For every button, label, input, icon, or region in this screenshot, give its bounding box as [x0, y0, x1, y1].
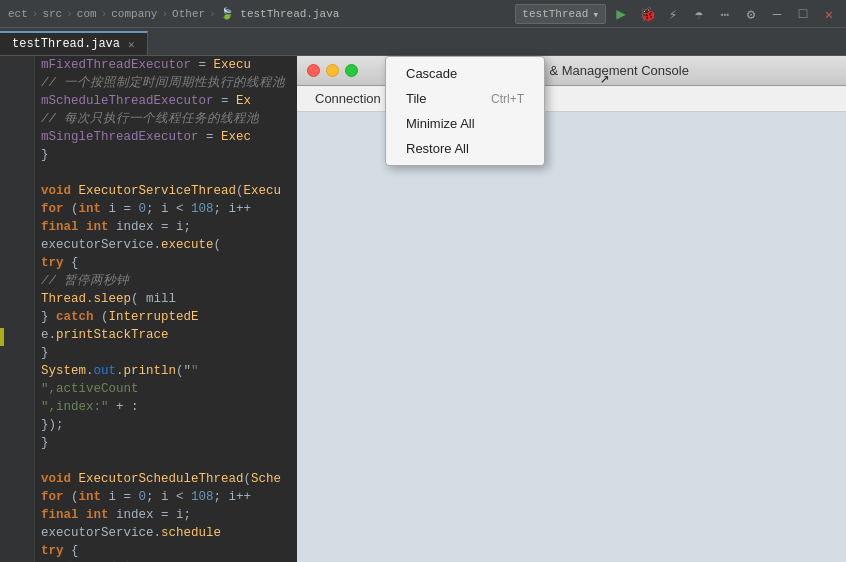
menu-item-restore-all[interactable]: Restore All: [386, 136, 544, 161]
code-line-8: void ExecutorServiceThread(Execu: [0, 182, 297, 200]
jmx-content-area: [297, 112, 846, 562]
jmx-window: Java Monitoring & Management Console Con…: [297, 56, 846, 562]
code-editor: mFixedThreadExecutor = Execu // 一个按照制定时间…: [0, 56, 297, 562]
jmx-menu-connection[interactable]: Connection: [305, 89, 391, 108]
close-ide-button[interactable]: ✕: [818, 3, 840, 25]
breadcrumb-sep-5: ›: [209, 8, 216, 20]
code-line-17: }: [0, 344, 297, 362]
maximize-ide-button[interactable]: □: [792, 3, 814, 25]
breadcrumb-project[interactable]: ect: [8, 8, 28, 20]
breadcrumb-sep-2: ›: [66, 8, 73, 20]
window-close-button[interactable]: [307, 64, 320, 77]
breadcrumb-com[interactable]: com: [77, 8, 97, 20]
run-config-dropdown[interactable]: testThread ▾: [515, 4, 606, 24]
menu-item-tile[interactable]: Tile Ctrl+T: [386, 86, 544, 111]
restore-all-label: Restore All: [406, 141, 469, 156]
ide-right-toolbar: testThread ▾ ▶ 🐞 ⚡ ☂ ⋯ ⚙ — □ ✕: [515, 0, 846, 28]
window-minimize-button[interactable]: [326, 64, 339, 77]
code-line-26: final int index = i;: [0, 506, 297, 524]
menu-item-minimize-all[interactable]: Minimize All: [386, 111, 544, 136]
cascade-label: Cascade: [406, 66, 457, 81]
profile-button[interactable]: ⚡: [662, 3, 684, 25]
jmx-menubar: Connection Window Help: [297, 86, 846, 112]
code-line-5: mSingleThreadExecutor = Exec: [0, 128, 297, 146]
code-line-9: for (int i = 0; i < 108; i++: [0, 200, 297, 218]
code-line-1: mFixedThreadExecutor = Execu: [0, 56, 297, 74]
breadcrumb-sep-4: ›: [161, 8, 168, 20]
breadcrumb-other[interactable]: Other: [172, 8, 205, 20]
breadcrumb-sep-3: ›: [101, 8, 108, 20]
breadcrumb-file[interactable]: 🍃 testThread.java: [220, 7, 340, 20]
code-line-22: }: [0, 434, 297, 452]
tab-label: testThread.java: [12, 37, 120, 51]
tab-close-icon[interactable]: ✕: [128, 38, 135, 51]
code-line-14: Thread.sleep( mill: [0, 290, 297, 308]
breadcrumb-src[interactable]: src: [42, 8, 62, 20]
breadcrumb-company[interactable]: company: [111, 8, 157, 20]
code-line-19: ",activeCount: [0, 380, 297, 398]
code-line-21: });: [0, 416, 297, 434]
code-line-16: e.printStackTrace: [0, 326, 297, 344]
tile-label: Tile: [406, 91, 426, 106]
debug-button[interactable]: 🐞: [636, 3, 658, 25]
tile-shortcut: Ctrl+T: [491, 92, 524, 106]
run-config-label: testThread: [522, 8, 588, 20]
minimize-ide-button[interactable]: —: [766, 3, 788, 25]
settings-icon[interactable]: ⚙: [740, 3, 762, 25]
run-button[interactable]: ▶: [610, 3, 632, 25]
code-line-3: mScheduleThreadExecutor = Ex: [0, 92, 297, 110]
window-buttons: [307, 64, 358, 77]
code-line-15: } catch (InterruptedE: [0, 308, 297, 326]
code-line-12: try {: [0, 254, 297, 272]
code-line-10: final int index = i;: [0, 218, 297, 236]
code-line-24: void ExecutorScheduleThread(Sche: [0, 470, 297, 488]
window-maximize-button[interactable]: [345, 64, 358, 77]
code-line-7: [0, 164, 297, 182]
jmx-titlebar: Java Monitoring & Management Console: [297, 56, 846, 86]
code-line-2: // 一个按照制定时间周期性执行的线程池: [0, 74, 297, 92]
warning-gutter-stripe: [0, 328, 4, 346]
code-line-27: executorService.schedule: [0, 524, 297, 542]
more-button[interactable]: ⋯: [714, 3, 736, 25]
tab-testthread[interactable]: testThread.java ✕: [0, 31, 148, 55]
code-line-18: System.out.println("": [0, 362, 297, 380]
window-dropdown-menu: Cascade Tile Ctrl+T Minimize All Restore…: [385, 56, 545, 166]
code-line-13: // 暂停两秒钟: [0, 272, 297, 290]
tab-bar: testThread.java ✕: [0, 28, 846, 56]
jmx-panel: Java Monitoring & Management Console Con…: [297, 56, 846, 562]
breadcrumb-sep-1: ›: [32, 8, 39, 20]
code-line-28: try {: [0, 542, 297, 560]
dropdown-arrow-icon: ▾: [592, 8, 599, 21]
code-line-20: ",index:" + :: [0, 398, 297, 416]
code-line-25: for (int i = 0; i < 108; i++: [0, 488, 297, 506]
menu-item-cascade[interactable]: Cascade: [386, 61, 544, 86]
coverage-button[interactable]: ☂: [688, 3, 710, 25]
code-line-23: [0, 452, 297, 470]
code-line-6: }: [0, 146, 297, 164]
breadcrumb-bar: ect › src › com › company › Other › 🍃 te…: [0, 0, 846, 28]
code-line-11: executorService.execute(: [0, 236, 297, 254]
minimize-all-label: Minimize All: [406, 116, 475, 131]
code-line-4: // 每次只执行一个线程任务的线程池: [0, 110, 297, 128]
